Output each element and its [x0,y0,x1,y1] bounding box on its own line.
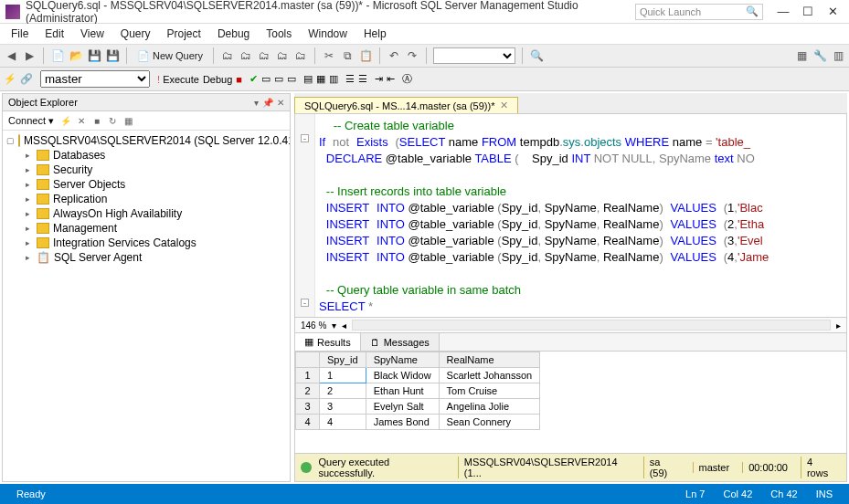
file-tab[interactable]: SQLQuery6.sql - MS...14.master (sa (59))… [294,97,518,113]
quick-launch-input[interactable]: Quick Launch 🔍 [635,4,763,20]
horizontal-scrollbar[interactable] [352,320,831,331]
menu-query[interactable]: Query [113,26,158,42]
tree-node-server-objects[interactable]: ▸Server Objects [23,177,286,192]
close-button[interactable]: ✕ [822,5,844,18]
exec-db: master [693,462,736,473]
table-row[interactable]: 44James BondSean Connery [296,415,540,430]
uncomment-icon[interactable]: ☰ [358,73,367,85]
tree-node-databases[interactable]: ▸Databases [23,148,286,163]
specify-values-icon[interactable]: Ⓐ [402,72,412,86]
code-editor[interactable]: -- Create table variable If not Exists (… [294,113,847,318]
results-text-icon[interactable]: ▤ [303,73,313,85]
scroll-right-icon[interactable]: ▸ [836,320,841,331]
grid-icon: ▦ [304,336,313,348]
tree-node-sql-agent[interactable]: ▸📋SQL Server Agent [23,250,286,265]
tb-icon-5[interactable]: 🗂 [293,48,308,63]
table-row[interactable]: 33Evelyn SaltAngelina Jolie [296,399,540,415]
stop-mini-icon[interactable]: ■ [90,114,103,127]
actual-plan-icon[interactable]: ▭ [274,73,283,85]
query-options-icon[interactable]: ▭ [287,73,296,85]
object-explorer-tree[interactable]: ▢MSSQLSRV04\SQLSERVER2014 (SQL Server 12… [3,131,290,481]
tree-server-node[interactable]: ▢MSSQLSRV04\SQLSERVER2014 (SQL Server 12… [6,133,286,148]
stop-icon[interactable]: ■ [236,74,242,85]
redo-icon[interactable]: ↷ [405,48,419,63]
refresh-mini-icon[interactable]: ↻ [106,114,119,127]
menu-view[interactable]: View [73,26,111,42]
tb-icon-1[interactable]: 🗂 [220,48,235,63]
database-combo[interactable]: master [40,70,150,88]
tb-icon-2[interactable]: 🗂 [239,48,253,63]
tree-node-management[interactable]: ▸Management [23,221,286,236]
fold-icon[interactable]: - [301,134,309,142]
unpin-icon[interactable]: 📌 [262,98,273,108]
status-ready: Ready [7,488,55,499]
find-icon[interactable]: 🔍 [529,48,544,63]
maximize-button[interactable]: ☐ [797,5,819,18]
pin-icon[interactable]: ▾ [254,98,259,108]
tb-icon-4[interactable]: 🗂 [275,48,290,63]
cut-icon[interactable]: ✂ [322,48,336,63]
tree-node-replication[interactable]: ▸Replication [23,192,286,206]
disconnect-mini-icon[interactable]: ✕ [75,114,88,127]
debug-button[interactable]: Debug [203,74,232,85]
tab-results[interactable]: ▦Results [295,333,361,351]
exec-user: sa (59) [643,457,685,478]
new-project-icon[interactable]: 📄 [50,48,65,63]
menu-file[interactable]: File [4,26,36,42]
close-tab-icon[interactable]: ✕ [500,100,508,111]
open-icon[interactable]: 📂 [69,48,83,63]
table-row[interactable]: 11Black WidowScarlett Johansson [296,368,540,383]
exec-server: MSSQLSRV04\SQLSERVER2014 (1... [458,457,636,478]
close-panel-icon[interactable]: ✕ [277,98,284,108]
results-grid-icon[interactable]: ▦ [316,73,325,85]
results-grid[interactable]: Spy_idSpyNameRealName 11Black WidowScarl… [294,352,847,454]
new-query-button[interactable]: 📄 New Query [133,50,207,62]
table-row[interactable]: 22Ethan HuntTom Cruise [296,383,540,399]
wrench-icon[interactable]: 🔧 [812,48,827,63]
nav-back-icon[interactable]: ◀ [4,48,18,63]
tb-icon-3[interactable]: 🗂 [257,48,271,63]
zoom-dropdown-icon[interactable]: ▾ [332,320,336,331]
save-all-icon[interactable]: 💾 [105,48,120,63]
estimated-plan-icon[interactable]: ▭ [261,73,271,85]
connect-mini-icon[interactable]: ⚡ [59,114,72,127]
scroll-left-icon[interactable]: ◂ [342,320,346,331]
minimize-button[interactable]: — [772,5,794,18]
change-connection-icon[interactable]: 🔗 [20,73,33,85]
exec-message: Query executed successfully. [319,457,443,478]
save-icon[interactable]: 💾 [87,48,101,63]
paste-icon[interactable]: 📋 [358,48,373,63]
layout-icon[interactable]: ▥ [831,48,845,63]
server-label: MSSQLSRV04\SQLSERVER2014 (SQL Server 12.… [24,134,290,147]
execution-status-bar: Query executed successfully. MSSQLSRV04\… [294,454,847,482]
results-file-icon[interactable]: ▥ [329,73,338,85]
solution-combo[interactable] [433,47,515,64]
outdent-icon[interactable]: ⇤ [387,73,395,85]
connect-label[interactable]: Connect ▾ [8,115,54,127]
menu-tools[interactable]: Tools [259,26,299,42]
parse-icon[interactable]: ✔ [249,73,258,85]
prop-icon[interactable]: ▦ [794,48,809,63]
menu-help[interactable]: Help [356,26,394,42]
menu-window[interactable]: Window [301,26,355,42]
menu-edit[interactable]: Edit [37,26,71,42]
comment-icon[interactable]: ☰ [345,73,355,85]
zoom-level[interactable]: 146 % [301,320,326,331]
tree-node-security[interactable]: ▸Security [23,163,286,177]
menu-bar: File Edit View Query Project Debug Tools… [0,24,849,44]
connect-icon[interactable]: ⚡ [4,73,16,85]
execute-button[interactable]: ! Execute [157,74,199,85]
undo-icon[interactable]: ↶ [387,48,401,63]
nav-fwd-icon[interactable]: ▶ [22,48,37,63]
filter-mini-icon[interactable]: ▦ [122,114,134,127]
menu-debug[interactable]: Debug [210,26,257,42]
tree-node-integration[interactable]: ▸Integration Services Catalogs [23,236,286,250]
fold-icon[interactable]: - [301,299,309,307]
tab-messages[interactable]: 🗒Messages [361,333,440,351]
status-line: Ln 7 [676,488,714,499]
menu-project[interactable]: Project [160,26,208,42]
search-icon: 🔍 [746,5,759,17]
copy-icon[interactable]: ⧉ [340,48,355,63]
indent-icon[interactable]: ⇥ [375,73,383,85]
tree-node-alwayson[interactable]: ▸AlwaysOn High Availability [23,206,286,221]
